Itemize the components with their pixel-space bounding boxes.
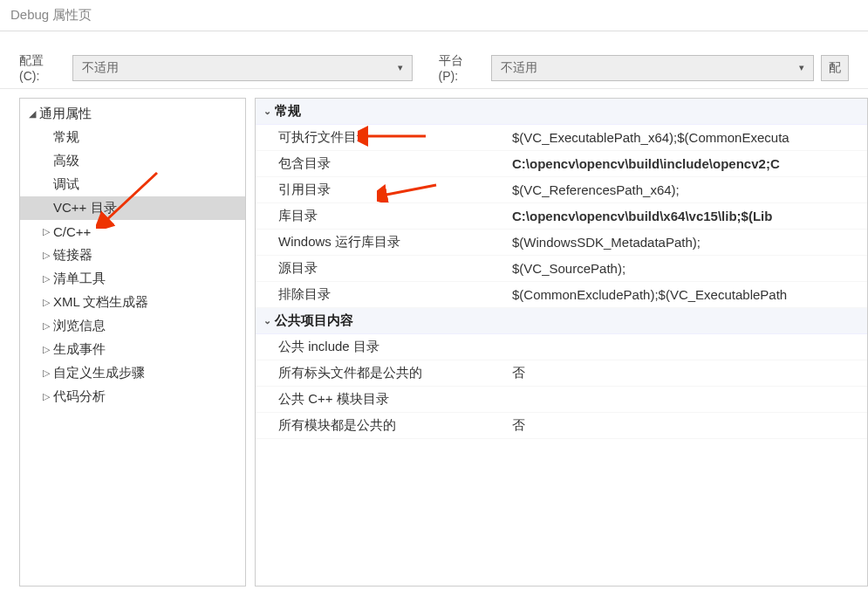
- toolbar: 配置(C): 不适用 ▾ 平台(P): 不适用 ▾ 配: [0, 47, 868, 89]
- prop-key: 公共 include 目录: [256, 339, 509, 355]
- nav-tree: ◢ 通用属性 常规高级调试VC++ 目录▷C/C++▷链接器▷清单工具▷XML …: [19, 98, 246, 587]
- chevron-down-icon: ⌄: [259, 315, 275, 326]
- tree-item-label: XML 文档生成器: [53, 294, 148, 311]
- prop-row[interactable]: 公共 include 目录: [256, 334, 867, 360]
- triangle-right-icon[interactable]: ▷: [39, 297, 53, 308]
- prop-value: $(CommonExcludePath);$(VC_ExecutablePath: [509, 287, 867, 302]
- prop-value: C:\opencv\opencv\build\include\opencv2;C: [509, 156, 867, 171]
- tree-item[interactable]: ▷代码分析: [20, 385, 245, 408]
- tree-item-label: 链接器: [53, 247, 92, 264]
- triangle-right-icon[interactable]: ▷: [39, 391, 53, 402]
- tree-item-label: 代码分析: [53, 388, 106, 405]
- property-grid: ⌄常规可执行文件目录$(VC_ExecutablePath_x64);$(Com…: [255, 98, 868, 587]
- tree-item-label: 生成事件: [53, 341, 106, 358]
- chevron-down-icon: ▾: [799, 62, 804, 73]
- tree-item[interactable]: ▷链接器: [20, 244, 245, 267]
- tree-item[interactable]: VC++ 目录: [20, 196, 245, 220]
- config-value: 不适用: [82, 60, 119, 76]
- tree-item-label: 常规: [53, 129, 79, 146]
- tree-root[interactable]: ◢ 通用属性: [20, 102, 245, 126]
- tree-item-label: 高级: [53, 153, 79, 169]
- prop-row[interactable]: Windows 运行库目录$(WindowsSDK_MetadataPath);: [256, 230, 867, 256]
- prop-row[interactable]: 引用目录$(VC_ReferencesPath_x64);: [256, 177, 867, 203]
- platform-value: 不适用: [501, 60, 537, 76]
- prop-key: 源目录: [256, 260, 509, 277]
- tree-item-label: 调试: [53, 176, 79, 193]
- prop-category-label: 常规: [275, 103, 301, 120]
- tree-item-label: 清单工具: [53, 271, 106, 287]
- chevron-down-icon: ▾: [398, 62, 403, 73]
- prop-value: $(VC_SourcePath);: [509, 261, 867, 276]
- prop-key: 公共 C++ 模块目录: [256, 391, 509, 408]
- prop-key: 可执行文件目录: [256, 129, 509, 146]
- tree-item[interactable]: ▷自定义生成步骤: [20, 361, 245, 385]
- prop-key: 库目录: [256, 208, 509, 224]
- tree-item[interactable]: ▷XML 文档生成器: [20, 291, 245, 314]
- config-manager-button[interactable]: 配: [821, 55, 849, 81]
- platform-label: 平台(P):: [439, 53, 481, 83]
- triangle-down-icon: ◢: [25, 108, 39, 120]
- prop-value: 否: [509, 417, 867, 434]
- tree-item-label: 浏览信息: [53, 318, 106, 334]
- prop-row[interactable]: 排除目录$(CommonExcludePath);$(VC_Executable…: [256, 282, 867, 308]
- triangle-right-icon[interactable]: ▷: [39, 273, 53, 285]
- prop-key: Windows 运行库目录: [256, 234, 509, 250]
- tree-root-label: 通用属性: [39, 106, 92, 122]
- prop-value: $(WindowsSDK_MetadataPath);: [509, 235, 867, 250]
- prop-category-header[interactable]: ⌄公共项目内容: [256, 308, 867, 334]
- prop-row[interactable]: 包含目录C:\opencv\opencv\build\include\openc…: [256, 151, 867, 177]
- prop-value: $(VC_ReferencesPath_x64);: [509, 182, 867, 197]
- config-label: 配置(C):: [19, 53, 62, 83]
- triangle-right-icon[interactable]: ▷: [39, 250, 53, 261]
- tree-item[interactable]: ▷浏览信息: [20, 314, 245, 338]
- prop-row[interactable]: 库目录C:\opencv\opencv\build\x64\vc15\lib;$…: [256, 203, 867, 230]
- tree-item[interactable]: ▷C/C++: [20, 220, 245, 244]
- triangle-right-icon[interactable]: ▷: [39, 367, 53, 379]
- prop-value: C:\opencv\opencv\build\x64\vc15\lib;$(Li…: [509, 209, 867, 223]
- prop-key: 包含目录: [256, 155, 509, 172]
- triangle-right-icon[interactable]: ▷: [39, 320, 53, 332]
- window-title: Debug 属性页: [0, 0, 868, 31]
- prop-key: 所有模块都是公共的: [256, 417, 509, 434]
- prop-key: 所有标头文件都是公共的: [256, 365, 509, 381]
- prop-row[interactable]: 源目录$(VC_SourcePath);: [256, 256, 867, 282]
- prop-row[interactable]: 可执行文件目录$(VC_ExecutablePath_x64);$(Common…: [256, 125, 867, 151]
- prop-value: $(VC_ExecutablePath_x64);$(CommonExecuta: [509, 130, 867, 145]
- prop-key: 排除目录: [256, 286, 509, 303]
- tree-item-label: 自定义生成步骤: [53, 365, 145, 381]
- prop-category-header[interactable]: ⌄常规: [256, 99, 867, 125]
- tree-item[interactable]: ▷生成事件: [20, 338, 245, 361]
- prop-row[interactable]: 公共 C++ 模块目录: [256, 387, 867, 413]
- triangle-right-icon[interactable]: ▷: [39, 344, 53, 355]
- prop-row[interactable]: 所有模块都是公共的否: [256, 413, 867, 439]
- chevron-down-icon: ⌄: [259, 106, 275, 117]
- prop-row[interactable]: 所有标头文件都是公共的否: [256, 360, 867, 387]
- tree-item[interactable]: 常规: [20, 126, 245, 149]
- prop-category-label: 公共项目内容: [275, 312, 353, 329]
- tree-item[interactable]: 调试: [20, 173, 245, 196]
- prop-value: 否: [509, 365, 867, 381]
- config-select[interactable]: 不适用 ▾: [72, 55, 413, 81]
- prop-key: 引用目录: [256, 182, 509, 198]
- tree-item-label: VC++ 目录: [53, 200, 117, 216]
- triangle-right-icon[interactable]: ▷: [39, 226, 53, 237]
- tree-item[interactable]: ▷清单工具: [20, 267, 245, 291]
- tree-item-label: C/C++: [53, 224, 91, 239]
- tree-item[interactable]: 高级: [20, 149, 245, 173]
- platform-select[interactable]: 不适用 ▾: [491, 55, 814, 81]
